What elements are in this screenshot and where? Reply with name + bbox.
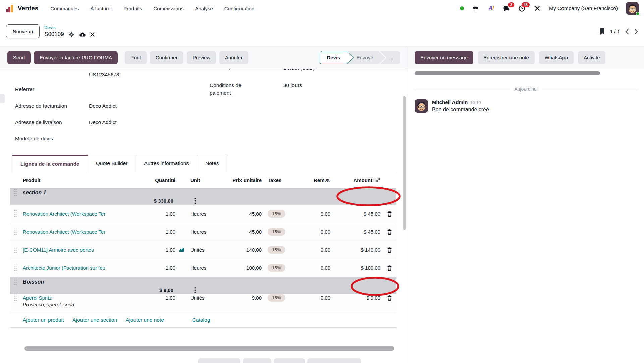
- tax-badge[interactable]: 15%: [268, 294, 285, 302]
- product-name-link[interactable]: Renovation Architect (Workspace Ter: [23, 229, 131, 235]
- invoice-address-value[interactable]: Deco Addict: [89, 103, 117, 109]
- discount-cell[interactable]: 0,00: [293, 247, 330, 253]
- nav-menu-facturer[interactable]: À facturer: [90, 6, 112, 11]
- qty-cell[interactable]: 1,00: [131, 211, 175, 217]
- tax-badge[interactable]: 15%: [268, 264, 285, 272]
- app-name[interactable]: Ventes: [18, 5, 38, 12]
- unit-price-cell[interactable]: 45,00: [215, 229, 262, 235]
- product-name-link[interactable]: [E-COM11] Armoire avec portes: [23, 247, 131, 253]
- uom-cell[interactable]: Heures: [175, 229, 215, 235]
- product-name-link[interactable]: Aperol Spritz: [23, 295, 131, 301]
- company-switcher[interactable]: My Company (San Francisco): [549, 5, 618, 11]
- nav-menu-analyse[interactable]: Analyse: [195, 6, 213, 11]
- ajouter-l-exp-dition-button[interactable]: Ajouter l'expédition: [307, 358, 361, 363]
- bookmark-icon[interactable]: [600, 28, 605, 35]
- uom-cell[interactable]: Heures: [175, 265, 215, 271]
- discard-x-icon[interactable]: [90, 32, 95, 37]
- vertical-scrollbar-thumb[interactable]: [403, 96, 406, 230]
- nav-menu-configuration[interactable]: Configuration: [224, 6, 254, 11]
- unit-price-cell[interactable]: 45,00: [215, 211, 262, 217]
- vat-value[interactable]: US12345673: [89, 72, 119, 78]
- drag-handle-icon[interactable]: [13, 210, 17, 218]
- qty-cell[interactable]: 1,00: [131, 247, 175, 253]
- envoyer-un-message-button[interactable]: Envoyer un message: [415, 51, 473, 64]
- uom-cell[interactable]: Heures: [175, 211, 215, 217]
- message-author-avatar[interactable]: [415, 99, 428, 113]
- delete-line-trash-icon[interactable]: [382, 229, 396, 235]
- uom-cell[interactable]: Unités: [175, 295, 215, 301]
- tab-quote-builder[interactable]: Quote Builder: [88, 155, 136, 172]
- discount-cell[interactable]: 0,00: [293, 229, 330, 235]
- discount-cell[interactable]: 0,00: [293, 265, 330, 271]
- unit-price-cell[interactable]: 140,00: [215, 247, 262, 253]
- section-kebab-menu-icon[interactable]: [175, 198, 215, 204]
- pricelist-value-clipped[interactable]: Défaut (USD): [283, 69, 315, 71]
- reward-button[interactable]: Reward: [243, 358, 272, 363]
- activities-clock-icon[interactable]: 48: [518, 5, 526, 12]
- save-cloud-icon[interactable]: [79, 32, 86, 37]
- payment-terms-value[interactable]: 30 jours: [283, 82, 302, 88]
- ai-assistant-icon[interactable]: AI: [487, 5, 495, 12]
- delivery-address-value[interactable]: Deco Addict: [89, 119, 117, 125]
- catalog-link[interactable]: Catalog: [192, 317, 210, 323]
- discount-cell[interactable]: 0,00: [293, 295, 330, 301]
- messages-icon[interactable]: 3: [503, 5, 510, 12]
- enregistrer-une-note-button[interactable]: Enregistrer une note: [478, 51, 535, 64]
- discount-cell[interactable]: 0,00: [293, 211, 330, 217]
- drag-handle-icon[interactable]: [13, 228, 17, 236]
- new-button[interactable]: Nouveau: [6, 24, 40, 38]
- ajouter-une-note-link[interactable]: Ajouter une note: [126, 317, 164, 323]
- nav-menu-commandes[interactable]: Commandes: [50, 6, 79, 11]
- confirmer-button[interactable]: Confirmer: [150, 51, 183, 64]
- drag-handle-icon[interactable]: [13, 246, 17, 254]
- unit-price-cell[interactable]: 9,00: [215, 295, 262, 301]
- pager-previous-icon[interactable]: [625, 28, 629, 35]
- section-name[interactable]: Boisson: [23, 279, 330, 285]
- print-button[interactable]: Print: [125, 51, 147, 64]
- pager-next-icon[interactable]: [634, 28, 638, 35]
- breadcrumb-parent-link[interactable]: Devis: [44, 25, 95, 30]
- ajouter-un-produit-link[interactable]: Ajouter un produit: [23, 317, 64, 323]
- tax-badge[interactable]: 15%: [268, 246, 285, 254]
- drag-handle-icon[interactable]: [13, 264, 17, 272]
- product-name-link[interactable]: Architecte Junior (Facturation sur feu: [23, 265, 131, 271]
- debug-tools-icon[interactable]: [534, 5, 541, 12]
- unit-price-cell[interactable]: 100,00: [215, 265, 262, 271]
- app-switcher[interactable]: Ventes: [5, 4, 38, 13]
- user-avatar[interactable]: [626, 2, 639, 15]
- send-button[interactable]: Send: [7, 51, 31, 64]
- tab-notes[interactable]: Notes: [197, 155, 227, 172]
- uom-cell[interactable]: Unités: [175, 247, 215, 253]
- settings-gear-icon[interactable]: [69, 32, 74, 37]
- delete-line-trash-icon[interactable]: [382, 295, 396, 301]
- horizontal-scrollbar-thumb[interactable]: [24, 346, 394, 351]
- product-name-link[interactable]: Renovation Architect (Workspace Ter: [23, 211, 131, 217]
- tax-badge[interactable]: 15%: [268, 228, 285, 236]
- envoyer-la-facture-pro-forma-button[interactable]: Envoyer la facture PRO FORMA: [34, 51, 118, 64]
- presence-status-icon[interactable]: [460, 6, 464, 10]
- optional-columns-sliders-icon[interactable]: [375, 177, 380, 183]
- coupon-code-button[interactable]: Coupon Code: [198, 358, 240, 363]
- delete-line-trash-icon[interactable]: [382, 265, 396, 271]
- preview-button[interactable]: Preview: [187, 51, 216, 64]
- qty-cell[interactable]: 1,00: [131, 295, 175, 301]
- tab-autres-informations[interactable]: Autres informations: [136, 155, 198, 172]
- qty-cell[interactable]: 1,00: [131, 229, 175, 235]
- drag-handle-icon[interactable]: [13, 189, 17, 196]
- section-name[interactable]: section 1: [23, 190, 330, 196]
- voip-phone-icon[interactable]: [472, 5, 479, 12]
- product-description[interactable]: Prosecco, aperol, soda: [23, 302, 396, 312]
- delete-line-trash-icon[interactable]: [382, 247, 396, 253]
- tax-badge[interactable]: 15%: [268, 210, 285, 218]
- whatsapp-button[interactable]: WhatsApp: [539, 51, 574, 64]
- delete-line-trash-icon[interactable]: [382, 211, 396, 217]
- tab-lignes-de-la-commande[interactable]: Lignes de la commande: [12, 155, 88, 172]
- activit-button[interactable]: Activité: [578, 51, 605, 64]
- status-step-devis[interactable]: Devis: [320, 51, 347, 64]
- discount-button[interactable]: Discount: [274, 358, 305, 363]
- nav-menu-commissions[interactable]: Commissions: [153, 6, 183, 11]
- section-kebab-menu-icon[interactable]: [175, 287, 215, 293]
- forecast-chart-icon[interactable]: [179, 247, 184, 253]
- qty-cell[interactable]: 1,00: [131, 265, 175, 271]
- chatter-scrollbar-thumb[interactable]: [415, 71, 600, 75]
